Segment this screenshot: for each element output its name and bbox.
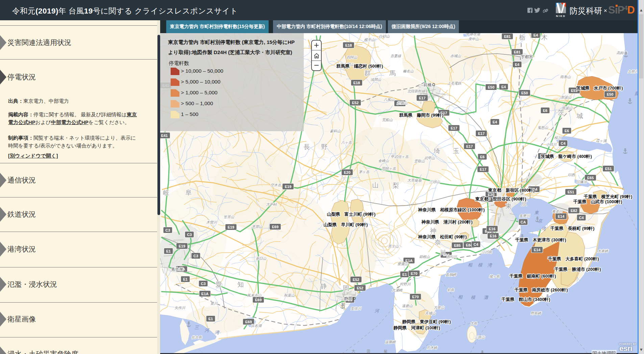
svg-text:宇都宮: 宇都宮: [521, 54, 533, 59]
svg-text:E4: E4: [501, 85, 506, 89]
svg-text:養老川: 養老川: [552, 209, 563, 213]
svg-text:吾妻線: 吾妻線: [390, 53, 401, 57]
svg-text:静岡県 東伊豆町 (99軒): 静岡県 東伊豆町 (99軒): [402, 319, 451, 324]
svg-text:E4: E4: [533, 33, 538, 37]
svg-text:横手山: 横手山: [364, 37, 375, 41]
svg-text:妙義山: 妙義山: [396, 100, 407, 104]
svg-text:浜名湖: 浜名湖: [251, 323, 262, 327]
svg-text:東: 東: [534, 210, 539, 215]
svg-text:菊: 菊: [383, 349, 387, 353]
svg-text:金峰山: 金峰山: [378, 158, 389, 162]
svg-text:E50: E50: [521, 91, 528, 95]
svg-text:佐久島: 佐久島: [191, 335, 202, 339]
svg-text:太東崎: 太東崎: [597, 249, 609, 253]
svg-text:木曽川: 木曽川: [206, 220, 217, 224]
svg-text:知: 知: [237, 281, 244, 288]
svg-text:E16: E16: [489, 227, 495, 231]
svg-text:名古屋: 名古屋: [171, 266, 183, 271]
svg-text:赤城山: 赤城山: [450, 53, 461, 57]
svg-text:鳳来寺山: 鳳来寺山: [247, 293, 262, 297]
svg-text:E52: E52: [352, 278, 359, 282]
svg-text:上毛電鉄: 上毛電鉄: [447, 81, 462, 85]
svg-text:蓼科山: 蓼科山: [330, 128, 341, 133]
svg-text:群: 群: [364, 69, 371, 76]
svg-text:C3: C3: [193, 254, 198, 258]
svg-text:NIED: NIED: [556, 15, 566, 18]
svg-text:富士山: 富士山: [388, 244, 399, 248]
svg-text:東京都 世田谷区 (900軒): 東京都 世田谷区 (900軒): [475, 196, 526, 201]
svg-text:E70: E70: [412, 295, 419, 299]
svg-text:大: 大: [351, 349, 355, 353]
svg-text:城: 城: [576, 112, 583, 119]
svg-text:C4: C4: [473, 242, 478, 246]
svg-text:山梨県 富士川町 (99軒): 山梨県 富士川町 (99軒): [327, 211, 375, 216]
svg-text:真鶴岬: 真鶴岬: [445, 272, 456, 276]
svg-text:狩野川: 狩野川: [400, 282, 411, 286]
svg-text:E17: E17: [466, 144, 473, 148]
svg-text:笠置山: 笠置山: [223, 214, 234, 218]
svg-text:加波山: 加波山: [561, 95, 571, 99]
svg-text:灘: 灘: [484, 294, 489, 300]
svg-text:千葉県 館山市 (3400軒): 千葉県 館山市 (3400軒): [501, 297, 550, 302]
svg-text:E19: E19: [178, 244, 185, 248]
svg-text:E14: E14: [534, 248, 540, 252]
svg-text:川: 川: [439, 249, 446, 256]
svg-text:静岡県 河津町 (100軒): 静岡県 河津町 (100軒): [393, 325, 440, 330]
svg-text:大平峠: 大平峠: [266, 202, 277, 206]
svg-text:静: 静: [320, 282, 327, 289]
svg-text:山: 山: [372, 181, 378, 188]
svg-text:神: 神: [430, 227, 436, 234]
svg-text:榛名山: 榛名山: [403, 69, 414, 73]
svg-text:E50: E50: [488, 85, 494, 89]
svg-text:E82: E82: [570, 209, 577, 213]
svg-text:千葉県 横芝光町 (99軒): 千葉県 横芝光町 (99軒): [584, 194, 632, 199]
svg-text:河: 河: [204, 327, 209, 332]
svg-text:相: 相: [468, 262, 473, 267]
svg-text:千葉県 鋸南町 (600軒): 千葉県 鋸南町 (600軒): [509, 273, 556, 278]
svg-text:小貝川: 小貝川: [546, 142, 557, 146]
svg-text:E52: E52: [352, 101, 358, 105]
svg-text:岐: 岐: [163, 189, 169, 196]
svg-text:山梨県 早川町 (99軒): 山梨県 早川町 (99軒): [323, 222, 368, 227]
svg-text:鬼怒山: 鬼怒山: [537, 125, 548, 129]
svg-text:大菩薩嶺: 大菩薩嶺: [407, 178, 422, 182]
svg-text:木: 木: [541, 33, 547, 41]
svg-text:E51: E51: [605, 167, 612, 171]
svg-text:雲取山: 雲取山: [414, 159, 425, 163]
svg-text:恵那山: 恵那山: [251, 224, 263, 228]
svg-text:庚申山: 庚申山: [468, 37, 479, 41]
svg-text:梨: 梨: [392, 182, 399, 189]
svg-text:千葉県 木更津市 (300軒): 千葉県 木更津市 (300軒): [515, 237, 566, 242]
svg-text:相: 相: [458, 294, 463, 299]
svg-text:E20: E20: [344, 170, 350, 174]
svg-text:桜川: 桜川: [554, 135, 562, 139]
svg-text:達磨山: 達磨山: [402, 303, 413, 307]
svg-text:玉: 玉: [453, 147, 459, 154]
svg-text:四阿山: 四阿山: [346, 55, 357, 59]
svg-text:愛鷹山: 愛鷹山: [397, 261, 408, 265]
svg-text:波勝崎: 波勝崎: [385, 339, 396, 344]
svg-text:E41: E41: [161, 134, 168, 138]
svg-text:馬: 馬: [389, 69, 396, 76]
svg-text:豊川: 豊川: [210, 301, 218, 305]
svg-text:印西: 印西: [568, 172, 576, 176]
svg-text:大室山: 大室山: [434, 305, 444, 309]
svg-text:雨巻山: 雨巻山: [560, 74, 571, 78]
svg-text:神奈川県 相模原市緑区 (1000軒): 神奈川県 相模原市緑区 (1000軒): [418, 207, 485, 212]
svg-text:阜: 阜: [185, 189, 192, 196]
svg-text:C3: C3: [201, 282, 205, 286]
svg-text:E81: E81: [514, 50, 520, 54]
svg-text:神奈川県 松田町 (99軒): 神奈川県 松田町 (99軒): [418, 234, 467, 239]
svg-text:河: 河: [374, 308, 379, 313]
svg-text:荒船山: 荒船山: [382, 117, 393, 121]
svg-text:天城山: 天城山: [425, 311, 436, 315]
svg-text:愛: 愛: [215, 281, 222, 288]
svg-text:千葉県 長柄町 (99軒): 千葉県 長柄町 (99軒): [550, 226, 594, 231]
svg-text:東: 東: [505, 202, 512, 209]
svg-text:CA: CA: [520, 220, 526, 224]
svg-text:国師ヶ岳: 国師ヶ岳: [381, 166, 396, 170]
svg-text:E70: E70: [411, 272, 417, 276]
svg-text:E6: E6: [480, 155, 484, 159]
svg-text:E17: E17: [419, 96, 425, 100]
svg-text:岡: 岡: [343, 284, 349, 291]
